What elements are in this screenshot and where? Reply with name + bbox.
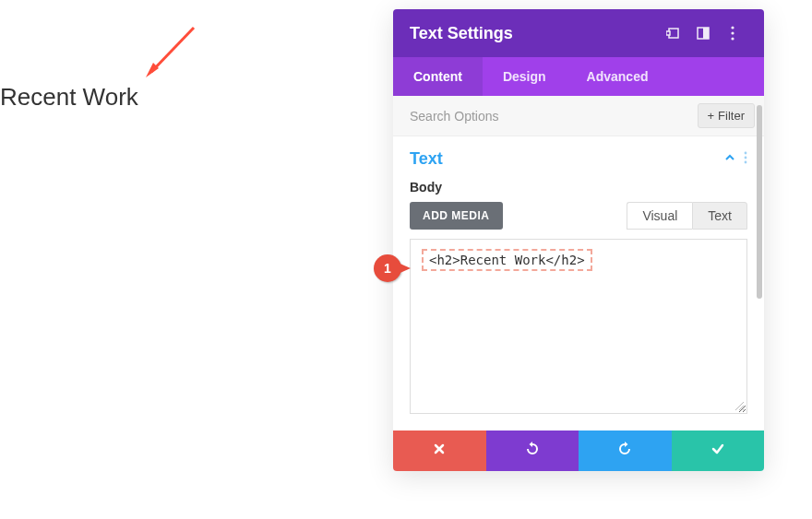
search-row: + Filter: [393, 96, 764, 136]
undo-icon: [525, 442, 540, 460]
redo-icon: [617, 442, 632, 460]
close-icon: [433, 442, 446, 459]
callout-badge: 1: [374, 254, 416, 282]
expand-icon[interactable]: [659, 18, 688, 48]
svg-point-6: [731, 26, 734, 29]
panel-title: Text Settings: [410, 24, 659, 43]
svg-point-9: [745, 151, 747, 154]
section-more-icon[interactable]: [744, 151, 747, 168]
scrollbar[interactable]: [757, 105, 762, 299]
svg-line-0: [151, 28, 194, 72]
add-media-button[interactable]: ADD MEDIA: [410, 202, 503, 230]
annotation-arrow: [138, 20, 203, 85]
settings-tabs: Content Design Advanced: [393, 57, 764, 96]
preview-heading: Recent Work: [0, 83, 138, 112]
snap-icon[interactable]: [688, 18, 718, 48]
more-icon[interactable]: [718, 18, 747, 48]
panel-header: Text Settings: [393, 9, 764, 57]
mode-tab-visual[interactable]: Visual: [627, 202, 692, 230]
tab-content[interactable]: Content: [393, 57, 483, 96]
section-title[interactable]: Text: [410, 149, 723, 169]
section-header: Text: [393, 136, 764, 176]
svg-line-12: [735, 402, 744, 410]
filter-label: Filter: [718, 109, 745, 123]
save-button[interactable]: [672, 431, 765, 471]
plus-icon: +: [708, 109, 715, 123]
svg-marker-18: [625, 442, 628, 447]
collapse-icon[interactable]: [723, 151, 736, 168]
svg-line-14: [743, 409, 744, 410]
svg-point-8: [731, 37, 734, 40]
body-area: Body ADD MEDIA Visual Text <h2>Recent Wo…: [393, 176, 764, 431]
editor-mode-tabs: Visual Text: [627, 202, 747, 230]
media-row: ADD MEDIA Visual Text: [410, 202, 747, 230]
panel-footer: [393, 431, 764, 471]
filter-button[interactable]: + Filter: [698, 103, 755, 128]
editor-content[interactable]: <h2>Recent Work</h2>: [422, 249, 592, 271]
svg-rect-5: [703, 28, 709, 39]
svg-point-10: [745, 156, 747, 159]
check-icon: [710, 442, 725, 460]
svg-line-13: [739, 406, 744, 410]
redo-button[interactable]: [579, 431, 672, 471]
tab-design[interactable]: Design: [483, 57, 567, 96]
search-input[interactable]: [393, 109, 698, 124]
body-label: Body: [410, 180, 747, 195]
mode-tab-text[interactable]: Text: [692, 202, 747, 230]
cancel-button[interactable]: [393, 431, 486, 471]
text-editor[interactable]: <h2>Recent Work</h2>: [410, 239, 747, 414]
resize-handle-icon[interactable]: [734, 400, 745, 411]
svg-marker-17: [529, 442, 532, 447]
svg-point-11: [745, 160, 747, 163]
svg-point-7: [731, 31, 734, 34]
text-settings-panel: Text Settings Content Design Advanced + …: [393, 9, 764, 471]
tab-advanced[interactable]: Advanced: [567, 57, 669, 96]
svg-rect-3: [666, 31, 670, 35]
undo-button[interactable]: [486, 431, 579, 471]
